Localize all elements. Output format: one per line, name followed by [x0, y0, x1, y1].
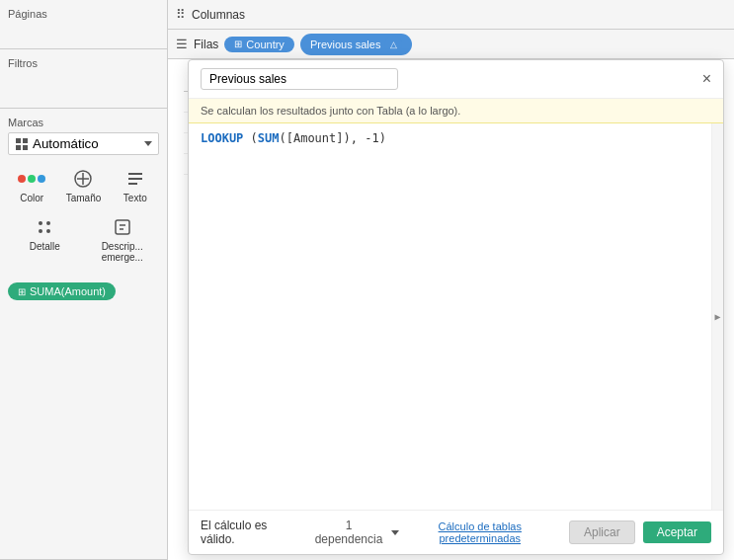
marca-detalle[interactable]: Detalle	[8, 211, 82, 267]
texto-icon	[123, 167, 147, 191]
marcas-label: Marcas	[8, 117, 159, 128]
tabla-predeterminadas-link[interactable]: Cálculo de tablas predeterminadas	[399, 520, 561, 544]
code-keyword-sum: SUM	[258, 131, 280, 145]
columnas-icon: ⠿	[176, 7, 186, 22]
suma-label: SUMA(Amount)	[30, 285, 106, 297]
svg-rect-5	[128, 173, 142, 175]
detalle-icon	[33, 215, 56, 239]
paginas-label: Páginas	[8, 8, 159, 20]
dialog-status: El cálculo es válido.	[201, 519, 302, 546]
country-pill-label: Country	[246, 39, 285, 50]
dialog-footer-right: Cálculo de tablas predeterminadas Aplica…	[399, 520, 711, 544]
filtros-label: Filtros	[8, 57, 159, 69]
automatico-dropdown[interactable]: Automático	[8, 132, 159, 155]
code-keyword-lookup: LOOKUP	[201, 131, 243, 145]
marca-color[interactable]: Color	[8, 163, 55, 207]
dialog-header: ×	[189, 60, 723, 99]
country-pill[interactable]: ⊞ Country	[224, 37, 294, 52]
dialog-code-area[interactable]: LOOKUP (SUM([Amount]), -1) ▶	[189, 123, 723, 510]
svg-rect-2	[16, 145, 21, 150]
columnas-label: Columnas	[192, 8, 245, 22]
svg-rect-3	[23, 145, 28, 150]
svg-point-11	[46, 229, 50, 233]
dialog-footer-left: El cálculo es válido. 1 dependencia	[201, 519, 399, 546]
columnas-row: ⠿ Columnas	[168, 0, 734, 30]
chevron-down-icon	[144, 141, 152, 146]
svg-rect-0	[16, 138, 21, 143]
marcas-section: Marcas Automático Color	[0, 109, 167, 560]
suma-icon: ⊞	[18, 286, 26, 297]
previous-sales-pill-label: Previous sales	[310, 39, 381, 50]
svg-point-9	[46, 221, 50, 225]
marca-descrip[interactable]: Descrip...emerge...	[86, 211, 160, 267]
detalle-label: Detalle	[30, 241, 60, 252]
filas-row: ☰ Filas ⊞ Country Previous sales △	[168, 30, 734, 59]
code-text-part2: ([Amount]), -1)	[280, 131, 386, 145]
descrip-icon	[111, 215, 134, 239]
dot-blue	[38, 175, 45, 183]
filas-icon: ☰	[176, 37, 188, 51]
country-pill-icon: ⊞	[234, 39, 242, 49]
automatico-label: Automático	[33, 136, 99, 151]
svg-rect-7	[128, 183, 137, 185]
svg-point-8	[39, 221, 42, 225]
dialog-info-bar: Se calculan los resultados junto con Tab…	[189, 99, 723, 123]
marca-tamano[interactable]: Tamaño	[59, 163, 107, 207]
previous-sales-pill[interactable]: Previous sales △	[300, 34, 413, 55]
dialog-body: Se calculan los resultados junto con Tab…	[189, 99, 723, 510]
dot-red	[18, 175, 26, 183]
filas-label: Filas	[194, 38, 218, 51]
dialog-dependencia-button[interactable]: 1 dependencia	[310, 519, 398, 546]
paginas-section: Páginas	[0, 0, 167, 49]
tamano-label: Tamaño	[66, 193, 102, 203]
filtros-section: Filtros	[0, 49, 167, 109]
descrip-label: Descrip...emerge...	[102, 241, 143, 263]
aplicar-button[interactable]: Aplicar	[569, 520, 635, 544]
delta-icon[interactable]: △	[384, 36, 402, 53]
color-label: Color	[20, 193, 43, 203]
color-icon	[20, 167, 43, 191]
dialog-footer: El cálculo es válido. 1 dependencia Cálc…	[189, 510, 723, 554]
marca-texto[interactable]: Texto	[112, 163, 159, 207]
table-icon	[15, 137, 29, 151]
scrollbar-arrow: ▶	[714, 311, 720, 322]
svg-rect-6	[128, 178, 142, 180]
marcas-grid2: Detalle Descrip...emerge...	[8, 211, 159, 267]
svg-rect-1	[23, 138, 28, 143]
sidebar: Páginas Filtros Marcas Automático	[0, 0, 168, 560]
svg-rect-12	[116, 220, 129, 234]
main-area: ⠿ Columnas ☰ Filas ⊞ Country Previous sa…	[168, 0, 734, 560]
calculated-field-dialog: × Se calculan los resultados junto con T…	[188, 59, 724, 555]
dialog-scrollbar[interactable]: ▶	[711, 123, 723, 510]
dependencia-chevron	[391, 530, 399, 535]
dependencia-label: 1 dependencia	[310, 519, 386, 546]
tamano-icon	[71, 167, 95, 191]
dialog-info-text: Se calculan los resultados junto con Tab…	[201, 105, 460, 117]
code-text-part: (	[243, 131, 257, 145]
aceptar-button[interactable]: Aceptar	[643, 521, 711, 543]
dialog-close-button[interactable]: ×	[702, 71, 711, 87]
dot-green	[28, 175, 36, 183]
dialog-title-input[interactable]	[201, 68, 398, 90]
texto-label: Texto	[123, 193, 147, 203]
marcas-grid: Color Tamaño	[8, 163, 159, 207]
svg-point-10	[39, 229, 42, 233]
suma-badge[interactable]: ⊞ SUMA(Amount)	[8, 282, 116, 300]
